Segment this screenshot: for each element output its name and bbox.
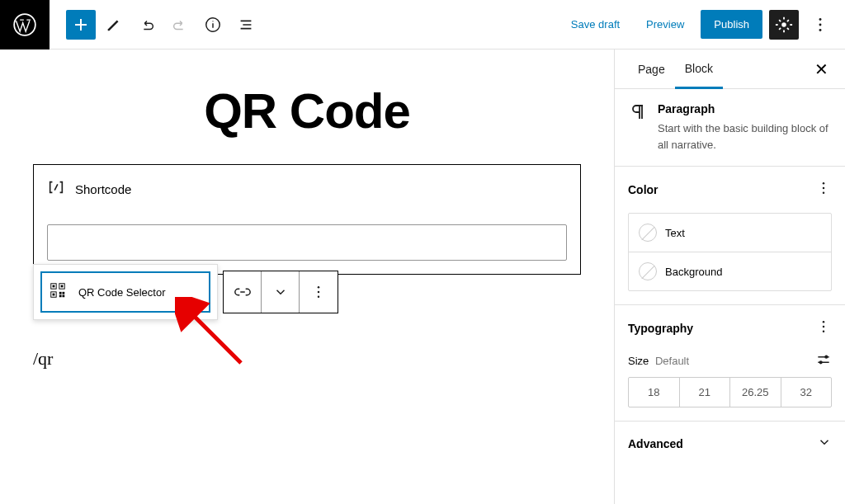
chevron-down-icon [817,435,832,453]
paragraph-icon [628,102,648,153]
shortcode-header: Shortcode [47,178,567,200]
shortcode-label: Shortcode [75,182,131,196]
size-custom-toggle[interactable] [815,351,832,370]
top-toolbar: Save draft Preview Publish [0,0,845,49]
svg-point-3 [819,18,822,21]
text-color-label: Text [665,227,685,239]
main-area: QR Code Shortcode QR Code Selector [0,49,845,504]
text-color-button[interactable]: Text [629,214,831,252]
edit-tools-button[interactable] [99,10,129,40]
page-title[interactable]: QR Code [0,82,614,139]
shortcode-block[interactable]: Shortcode [33,164,581,275]
svg-rect-13 [63,292,65,294]
suggestion-qr-code-selector[interactable]: QR Code Selector [40,271,210,313]
undo-button[interactable] [132,10,162,40]
save-draft-button[interactable]: Save draft [561,12,630,37]
size-preset-3[interactable]: 32 [781,378,832,407]
color-options-button[interactable] [815,180,832,200]
block-type-name: Paragraph [658,102,832,115]
svg-rect-11 [53,294,55,296]
svg-point-18 [318,296,320,299]
background-color-button[interactable]: Background [629,252,831,290]
color-section: Color Text Background [615,167,845,305]
shortcode-icon [47,178,65,200]
svg-rect-15 [63,295,65,298]
tab-page[interactable]: Page [628,51,675,87]
size-preset-0[interactable]: 18 [629,378,680,407]
typography-section: Typography Size Default 18 21 26.25 32 [615,305,845,422]
svg-point-16 [318,286,320,289]
svg-point-20 [823,182,825,185]
wordpress-logo[interactable] [0,0,50,49]
block-link-button[interactable] [224,271,262,313]
block-more-button[interactable] [300,271,338,313]
svg-point-21 [823,187,825,190]
redo-button[interactable] [165,10,195,40]
toolbar-right: Save draft Preview Publish [561,10,845,40]
advanced-section-toggle[interactable]: Advanced [615,422,845,466]
size-preset-2[interactable]: 26.25 [730,378,781,407]
svg-point-22 [823,192,825,195]
typography-title: Typography [628,322,693,335]
block-type-desc: Start with the basic building block of a… [658,120,832,153]
outline-button[interactable] [231,10,261,40]
info-button[interactable] [198,10,228,40]
svg-point-2 [781,22,786,27]
slash-command-text[interactable]: /qr [33,348,53,370]
svg-point-25 [823,331,825,333]
settings-sidebar: Page Block ✕ Paragraph Start with the ba… [614,49,845,504]
toolbar-left [50,10,261,40]
block-dropdown-button[interactable] [262,271,300,313]
text-color-swatch [639,224,657,242]
background-color-label: Background [665,266,722,278]
size-preset-1[interactable]: 21 [680,378,731,407]
sidebar-tabs: Page Block ✕ [615,49,845,89]
tab-block[interactable]: Block [675,50,723,89]
size-presets: 18 21 26.25 32 [628,377,832,407]
svg-point-24 [823,326,825,328]
svg-rect-12 [59,292,62,294]
size-default: Default [655,355,689,367]
svg-rect-9 [53,285,55,288]
block-toolbar [223,271,338,313]
add-block-button[interactable] [66,10,96,40]
advanced-title: Advanced [628,437,683,450]
color-section-title: Color [628,183,659,196]
publish-button[interactable]: Publish [701,10,762,39]
more-options-button[interactable] [805,10,835,40]
svg-point-26 [824,356,828,359]
settings-button[interactable] [769,10,799,40]
block-info-section: Paragraph Start with the basic building … [615,89,845,167]
preview-button[interactable]: Preview [636,12,694,37]
shortcode-input[interactable] [47,224,567,261]
background-color-swatch [639,262,657,280]
svg-point-17 [318,291,320,294]
svg-point-27 [819,360,823,364]
svg-point-5 [819,28,822,31]
block-suggestion-popup: QR Code Selector [33,264,218,320]
svg-rect-14 [59,295,62,298]
typography-options-button[interactable] [815,318,832,338]
svg-point-23 [823,321,825,323]
svg-point-4 [819,23,822,26]
editor-canvas: QR Code Shortcode QR Code Selector [0,49,614,504]
suggestion-label: QR Code Selector [78,286,166,299]
close-sidebar-button[interactable]: ✕ [811,59,832,79]
svg-rect-10 [61,285,64,288]
size-label: Size [628,355,649,367]
qr-code-icon [49,281,67,303]
